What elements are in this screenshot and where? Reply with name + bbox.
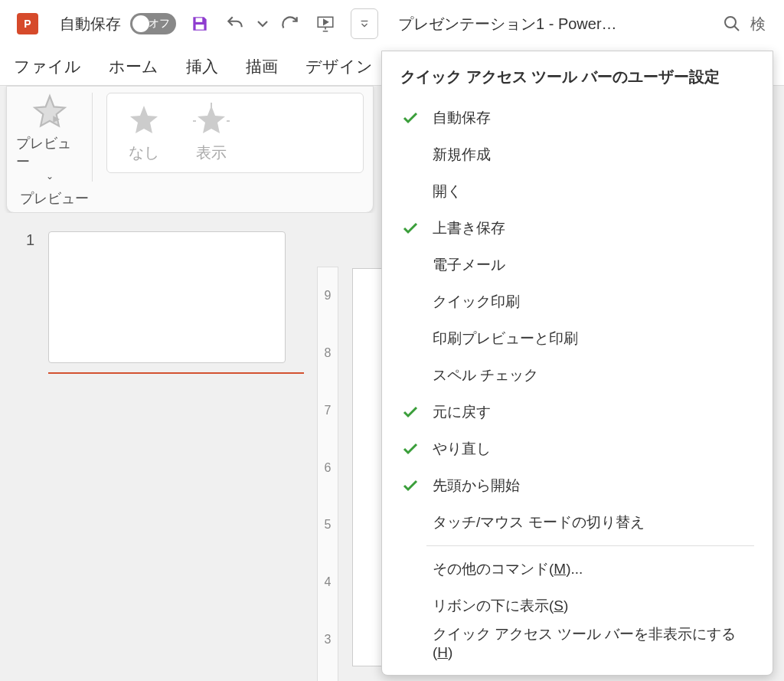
redo-button[interactable] — [276, 9, 305, 38]
dropdown-item-label: 上書き保存 — [433, 218, 505, 238]
preview-section-label: プレビュー — [16, 189, 93, 208]
search-placeholder: 検 — [750, 14, 766, 34]
qat-customize-menu: クイック アクセス ツール バーのユーザー設定 自動保存新規作成開く上書き保存電… — [381, 51, 773, 676]
dropdown-item-label: 新規作成 — [433, 145, 491, 165]
dropdown-item-5[interactable]: クイック印刷 — [382, 283, 773, 320]
check-icon — [400, 476, 420, 496]
dropdown-item-label: 開く — [433, 182, 462, 201]
slide-panel: 1 — [0, 213, 314, 681]
slideshow-from-start-button[interactable] — [311, 9, 340, 38]
app-icon: P — [17, 13, 38, 34]
dropdown-item-1[interactable]: 新規作成 — [382, 136, 773, 173]
star-burst-icon — [193, 103, 230, 139]
tab-insert[interactable]: 挿入 — [183, 51, 221, 82]
dropdown-item-11[interactable]: タッチ/マウス モードの切り替え — [382, 504, 773, 541]
dropdown-item-7[interactable]: スペル チェック — [382, 357, 773, 394]
dropdown-item-label: 電子メール — [433, 255, 505, 275]
dropdown-item-label: 印刷プレビューと印刷 — [433, 329, 578, 349]
dropdown-item-label: スペル チェック — [433, 365, 538, 385]
check-icon — [400, 512, 420, 532]
vertical-ruler: 2 3 4 5 6 7 8 9 — [317, 267, 338, 681]
animation-gallery[interactable]: なし 表示 — [106, 93, 364, 173]
document-title: プレゼンテーション1 - Power… — [398, 14, 617, 34]
search-box[interactable]: 検 — [711, 14, 776, 34]
dropdown-item-3[interactable]: 上書き保存 — [382, 210, 773, 247]
dropdown-item-6[interactable]: 印刷プレビューと印刷 — [382, 320, 773, 357]
hide-qat-item[interactable]: クイック アクセス ツール バーを非表示にする (H) — [382, 624, 773, 661]
show-below-ribbon-item[interactable]: リボンの下に表示(S) — [382, 588, 773, 624]
dropdown-item-8[interactable]: 元に戻す — [382, 394, 773, 431]
save-button[interactable] — [185, 9, 214, 38]
svg-line-5 — [734, 26, 739, 31]
divider — [426, 545, 754, 546]
dropdown-item-label: 自動保存 — [433, 108, 491, 128]
dropdown-item-label: クイック印刷 — [433, 292, 520, 312]
dropdown-item-10[interactable]: 先頭から開始 — [382, 467, 773, 504]
check-icon — [400, 365, 420, 385]
check-icon — [400, 329, 420, 349]
qat-customize-button[interactable] — [351, 8, 378, 39]
autosave-toggle[interactable]: オフ — [130, 13, 176, 34]
dropdown-item-2[interactable]: 開く — [382, 173, 773, 210]
check-icon — [400, 402, 420, 422]
dropdown-item-label: 先頭から開始 — [433, 476, 520, 496]
svg-rect-1 — [196, 25, 204, 30]
dropdown-item-4[interactable]: 電子メール — [382, 247, 773, 283]
title-bar: P 自動保存 オフ プレゼンテーション1 - Power… 検 — [0, 0, 784, 47]
dropdown-item-label: やり直し — [433, 439, 491, 459]
tab-home[interactable]: ホーム — [106, 51, 162, 82]
tab-design[interactable]: デザイン — [302, 51, 376, 82]
toggle-state: オフ — [149, 17, 170, 31]
tab-draw[interactable]: 描画 — [243, 51, 281, 82]
dropdown-item-label: タッチ/マウス モードの切り替え — [433, 512, 645, 532]
check-icon — [400, 292, 420, 312]
star-icon — [126, 103, 162, 139]
tab-file[interactable]: ファイル — [11, 51, 84, 82]
check-icon — [400, 218, 420, 238]
search-icon — [723, 15, 741, 33]
dropdown-item-9[interactable]: やり直し — [382, 431, 773, 467]
gallery-item-show[interactable]: 表示 — [193, 103, 230, 163]
autosave-label: 自動保存 — [60, 14, 121, 34]
check-icon — [400, 145, 420, 165]
preview-label: プレビュー — [16, 134, 83, 171]
svg-point-4 — [725, 17, 736, 28]
check-icon — [400, 255, 420, 275]
check-icon — [400, 439, 420, 459]
more-commands-item[interactable]: その他のコマンド(M)... — [382, 551, 773, 588]
undo-dropdown[interactable] — [256, 9, 270, 38]
dropdown-title: クイック アクセス ツール バーのユーザー設定 — [382, 62, 773, 100]
dropdown-item-0[interactable]: 自動保存 — [382, 100, 773, 136]
slide-thumbnail-1[interactable]: 1 — [26, 231, 288, 374]
dropdown-item-label: 元に戻す — [433, 402, 491, 422]
slide-selection-indicator — [48, 372, 304, 374]
slide-number: 1 — [26, 231, 34, 374]
check-icon — [400, 108, 420, 128]
check-icon — [400, 182, 420, 201]
gallery-item-none[interactable]: なし — [126, 103, 162, 163]
ribbon-panel: プレビュー ⌄ なし 表示 プレビュー — [6, 86, 374, 213]
undo-button[interactable] — [220, 9, 250, 38]
slide-thumb — [48, 231, 286, 363]
chevron-down-icon: ⌄ — [46, 171, 54, 182]
svg-rect-0 — [196, 18, 203, 21]
toggle-knob — [132, 15, 149, 32]
preview-button[interactable]: プレビュー ⌄ — [16, 93, 93, 182]
